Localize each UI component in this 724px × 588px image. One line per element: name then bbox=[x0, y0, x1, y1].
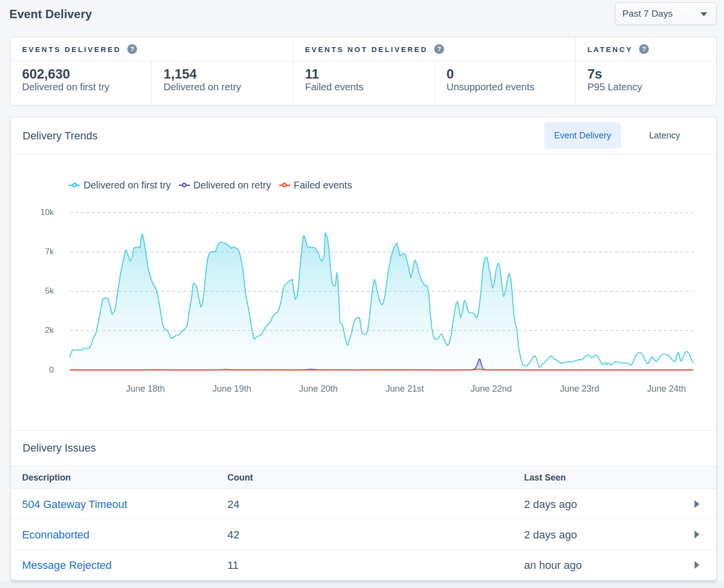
svg-text:June 19th: June 19th bbox=[212, 384, 251, 394]
svg-text:June 18th: June 18th bbox=[126, 384, 165, 394]
svg-text:7k: 7k bbox=[45, 247, 54, 256]
svg-text:June 21st: June 21st bbox=[386, 384, 424, 394]
svg-text:June 23rd: June 23rd bbox=[560, 384, 599, 394]
svg-text:2k: 2k bbox=[45, 325, 54, 335]
svg-text:June 22nd: June 22nd bbox=[471, 384, 512, 394]
svg-text:0: 0 bbox=[49, 365, 54, 374]
svg-text:5k: 5k bbox=[45, 286, 54, 295]
svg-text:June 24th: June 24th bbox=[647, 384, 686, 394]
svg-text:June 20th: June 20th bbox=[299, 384, 337, 394]
svg-text:10k: 10k bbox=[40, 208, 54, 217]
